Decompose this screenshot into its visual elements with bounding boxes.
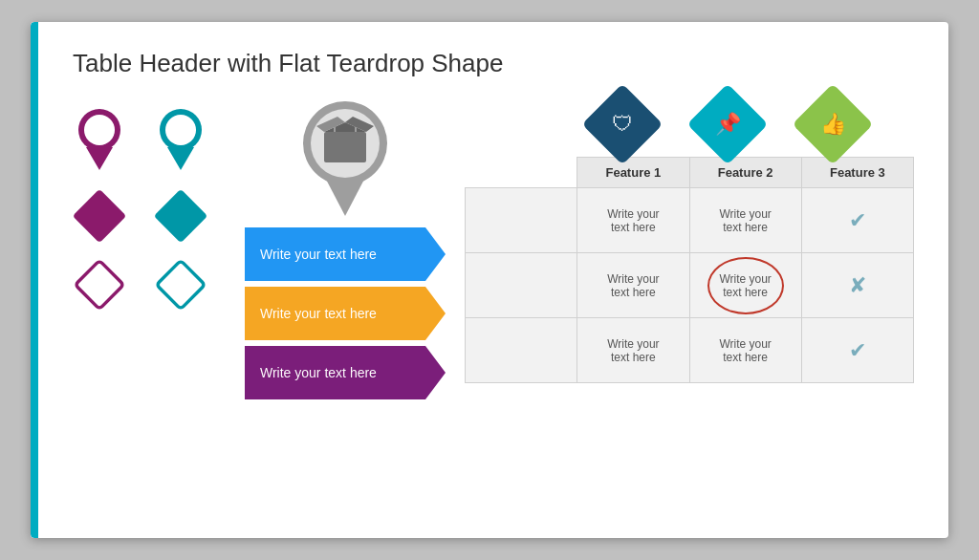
middle-section: Write your text here Write your text her…	[245, 96, 446, 405]
row3-col1: Write your text here	[577, 318, 689, 383]
row3-col3: ✔	[801, 318, 913, 383]
shapes-panel	[73, 105, 226, 315]
feature-table: Feature 1 Feature 2 Feature 3 Write your…	[465, 157, 914, 383]
svg-rect-6	[73, 189, 126, 243]
table-header-row: Feature 1 Feature 2 Feature 3	[466, 158, 914, 188]
arrow-banner-3[interactable]: Write your text here	[245, 346, 446, 399]
check-icon-2: ✔	[849, 338, 866, 362]
shape-diamond-outline-purple	[73, 258, 144, 315]
svg-point-5	[165, 115, 196, 145]
arrow-banner-1[interactable]: Write your text here	[245, 227, 446, 281]
shape-diamond-purple	[73, 189, 144, 247]
svg-marker-4	[167, 147, 194, 170]
shape-diamond-teal	[154, 189, 226, 247]
slide: Table Header with Flat Teardrop Shape	[31, 22, 948, 538]
table-row: Write your text here Write your text her…	[466, 253, 914, 318]
shape-pin-purple	[73, 105, 144, 178]
left-accent	[31, 22, 38, 538]
shape-pin-teal	[154, 105, 226, 178]
row2-col1: Write your text here	[577, 253, 689, 318]
icon-diamond-feature2: 📌	[675, 96, 780, 157]
large-pin-container	[245, 96, 446, 220]
svg-rect-13	[324, 132, 366, 162]
content-area: Write your text here Write your text her…	[73, 96, 914, 405]
th-feature3: Feature 3	[801, 158, 913, 188]
row3-col2: Write your text here	[689, 318, 801, 383]
svg-marker-11	[322, 172, 368, 216]
shield-icon: 🛡	[612, 112, 633, 137]
check-icon-1: ✔	[849, 208, 866, 232]
th-empty	[466, 158, 577, 188]
arrow-banner-blue: Write your text here	[245, 227, 446, 281]
shape-diamond-outline-teal	[154, 258, 226, 315]
table-section: 🛡 📌 👍	[465, 96, 914, 383]
person-icon: 📌	[715, 112, 741, 137]
row1-col1: Write your text here	[577, 188, 689, 253]
row1-col2: Write your text here	[689, 188, 801, 253]
row1-col3: ✔	[801, 188, 913, 253]
icon-diamond-feature1: 🛡	[570, 96, 675, 157]
svg-rect-8	[76, 261, 124, 310]
table-row: Write your text here Write your text her…	[466, 318, 914, 383]
slide-title: Table Header with Flat Teardrop Shape	[73, 49, 914, 78]
th-feature1: Feature 1	[577, 158, 689, 188]
svg-rect-7	[154, 189, 207, 243]
thumbs-up-icon: 👍	[820, 112, 846, 137]
table-header-icons: 🛡 📌 👍	[465, 96, 914, 157]
arrow-banner-purple: Write your text here	[245, 346, 446, 399]
table-row: Write your text here Write your text her…	[466, 188, 914, 253]
svg-rect-9	[157, 261, 206, 310]
th-feature2: Feature 2	[689, 158, 801, 188]
row2-col3: ✘	[801, 253, 913, 318]
svg-marker-1	[86, 147, 113, 170]
arrow-banner-orange: Write your text here	[245, 287, 446, 340]
arrow-banner-2[interactable]: Write your text here	[245, 287, 446, 340]
cross-icon-1: ✘	[849, 273, 866, 297]
row2-col2: Write your text here	[689, 253, 801, 318]
svg-point-2	[84, 115, 115, 145]
icon-diamond-feature3: 👍	[780, 96, 885, 157]
